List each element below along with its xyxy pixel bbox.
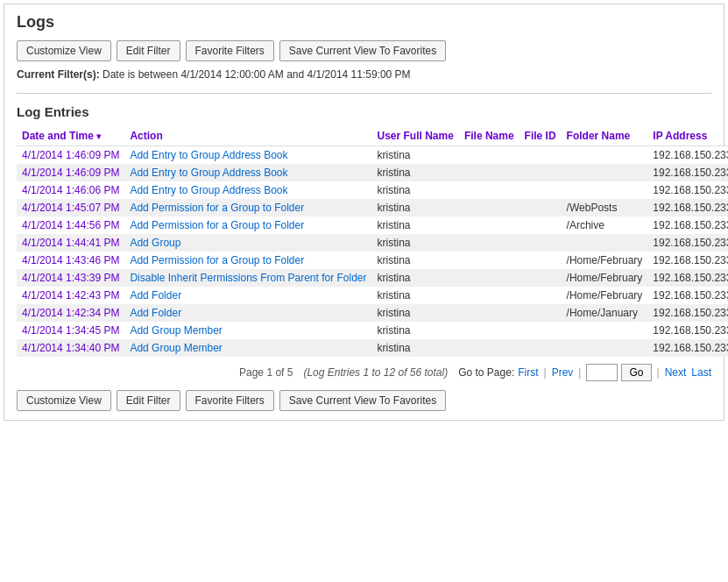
customize-view-button-bottom[interactable]: Customize View <box>17 390 111 411</box>
page-title: Logs <box>17 13 711 32</box>
filter-value: Date is between 4/1/2014 12:00:00 AM and… <box>102 68 411 81</box>
cell-fileid <box>519 252 562 269</box>
col-header-datetime[interactable]: Date and Time ▾ <box>17 126 124 146</box>
cell-folder <box>562 146 648 165</box>
cell-filename <box>459 234 519 252</box>
page-wrapper: Logs Customize View Edit Filter Favorite… <box>4 4 724 421</box>
cell-action[interactable]: Add Entry to Group Address Book <box>124 146 371 165</box>
cell-folder <box>562 164 648 181</box>
cell-datetime[interactable]: 4/1/2014 1:34:45 PM <box>17 322 124 339</box>
cell-action[interactable]: Add Permission for a Group to Folder <box>124 252 371 269</box>
section-title: Log Entries <box>17 104 711 119</box>
cell-filename <box>459 304 519 322</box>
prev-page-link[interactable]: Prev <box>552 366 574 379</box>
cell-datetime[interactable]: 4/1/2014 1:34:40 PM <box>17 339 124 357</box>
cell-filename <box>459 322 519 339</box>
cell-fileid <box>519 164 562 181</box>
cell-filename <box>459 269 519 287</box>
cell-ip: 192.168.150.233 <box>647 164 728 181</box>
cell-ip: 192.168.150.233 <box>647 287 728 304</box>
cell-action[interactable]: Add Folder <box>124 304 371 322</box>
divider <box>17 93 711 94</box>
cell-action[interactable]: Add Permission for a Group to Folder <box>124 199 371 216</box>
cell-filename <box>459 164 519 181</box>
cell-action[interactable]: Add Permission for a Group to Folder <box>124 216 371 234</box>
table-row: 4/1/2014 1:34:45 PMAdd Group Memberkrist… <box>17 322 728 339</box>
cell-filename <box>459 181 519 199</box>
cell-folder: /Home/February <box>562 287 648 304</box>
cell-datetime[interactable]: 4/1/2014 1:45:07 PM <box>17 199 124 216</box>
cell-user: kristina <box>372 322 459 339</box>
favorite-filters-button-bottom[interactable]: Favorite Filters <box>186 390 274 411</box>
col-header-folder[interactable]: Folder Name <box>562 126 648 146</box>
cell-ip: 192.168.150.233 <box>647 339 728 357</box>
table-row: 4/1/2014 1:43:46 PMAdd Permission for a … <box>17 252 728 269</box>
cell-datetime[interactable]: 4/1/2014 1:44:56 PM <box>17 216 124 234</box>
cell-datetime[interactable]: 4/1/2014 1:46:09 PM <box>17 164 124 181</box>
cell-fileid <box>519 322 562 339</box>
sep1: | <box>544 366 547 379</box>
next-page-link[interactable]: Next <box>665 366 687 379</box>
cell-datetime[interactable]: 4/1/2014 1:43:39 PM <box>17 269 124 287</box>
cell-fileid <box>519 304 562 322</box>
cell-user: kristina <box>372 216 459 234</box>
cell-filename <box>459 287 519 304</box>
col-header-fileid[interactable]: File ID <box>519 126 562 146</box>
cell-datetime[interactable]: 4/1/2014 1:46:06 PM <box>17 181 124 199</box>
cell-folder: /Archive <box>562 216 648 234</box>
cell-ip: 192.168.150.233 <box>647 146 728 165</box>
cell-user: kristina <box>372 304 459 322</box>
page-number-input[interactable] <box>586 364 618 381</box>
cell-ip: 192.168.150.233 <box>647 322 728 339</box>
sep2: | <box>578 366 581 379</box>
cell-filename <box>459 199 519 216</box>
cell-ip: 192.168.150.233 <box>647 304 728 322</box>
cell-filename <box>459 146 519 165</box>
cell-action[interactable]: Add Entry to Group Address Book <box>124 164 371 181</box>
cell-fileid <box>519 181 562 199</box>
cell-ip: 192.168.150.233 <box>647 269 728 287</box>
cell-action[interactable]: Add Group Member <box>124 322 371 339</box>
cell-datetime[interactable]: 4/1/2014 1:44:41 PM <box>17 234 124 252</box>
cell-folder <box>562 181 648 199</box>
col-header-ip[interactable]: IP Address <box>647 126 728 146</box>
cell-datetime[interactable]: 4/1/2014 1:42:34 PM <box>17 304 124 322</box>
cell-folder <box>562 339 648 357</box>
filter-label: Current Filter(s): <box>17 68 100 81</box>
cell-datetime[interactable]: 4/1/2014 1:43:46 PM <box>17 252 124 269</box>
edit-filter-button-top[interactable]: Edit Filter <box>117 40 180 61</box>
pagination-area: Page 1 of 5 (Log Entries 1 to 12 of 56 t… <box>17 364 711 381</box>
table-row: 4/1/2014 1:46:06 PMAdd Entry to Group Ad… <box>17 181 728 199</box>
favorite-filters-button-top[interactable]: Favorite Filters <box>186 40 274 61</box>
cell-user: kristina <box>372 287 459 304</box>
cell-datetime[interactable]: 4/1/2014 1:46:09 PM <box>17 146 124 165</box>
cell-action[interactable]: Add Folder <box>124 287 371 304</box>
save-favorites-button-top[interactable]: Save Current View To Favorites <box>279 40 446 61</box>
cell-datetime[interactable]: 4/1/2014 1:42:43 PM <box>17 287 124 304</box>
col-header-filename[interactable]: File Name <box>459 126 519 146</box>
cell-fileid <box>519 199 562 216</box>
customize-view-button-top[interactable]: Customize View <box>17 40 111 61</box>
cell-fileid <box>519 234 562 252</box>
cell-action[interactable]: Add Entry to Group Address Book <box>124 181 371 199</box>
cell-action[interactable]: Add Group Member <box>124 339 371 357</box>
go-button[interactable]: Go <box>621 364 651 381</box>
last-page-link[interactable]: Last <box>691 366 711 379</box>
cell-user: kristina <box>372 146 459 165</box>
page-info: Page 1 of 5 <box>239 366 293 379</box>
table-row: 4/1/2014 1:46:09 PMAdd Entry to Group Ad… <box>17 164 728 181</box>
cell-action[interactable]: Disable Inherit Permissions From Parent … <box>124 269 371 287</box>
col-header-action[interactable]: Action <box>124 126 371 146</box>
first-page-link[interactable]: First <box>518 366 538 379</box>
cell-action[interactable]: Add Group <box>124 234 371 252</box>
cell-ip: 192.168.150.233 <box>647 199 728 216</box>
current-filter-bar: Current Filter(s): Date is between 4/1/2… <box>17 68 711 81</box>
edit-filter-button-bottom[interactable]: Edit Filter <box>117 390 180 411</box>
cell-folder: /Home/February <box>562 252 648 269</box>
save-favorites-button-bottom[interactable]: Save Current View To Favorites <box>279 390 446 411</box>
cell-user: kristina <box>372 234 459 252</box>
cell-ip: 192.168.150.233 <box>647 234 728 252</box>
col-header-user[interactable]: User Full Name <box>372 126 459 146</box>
cell-user: kristina <box>372 181 459 199</box>
cell-fileid <box>519 339 562 357</box>
